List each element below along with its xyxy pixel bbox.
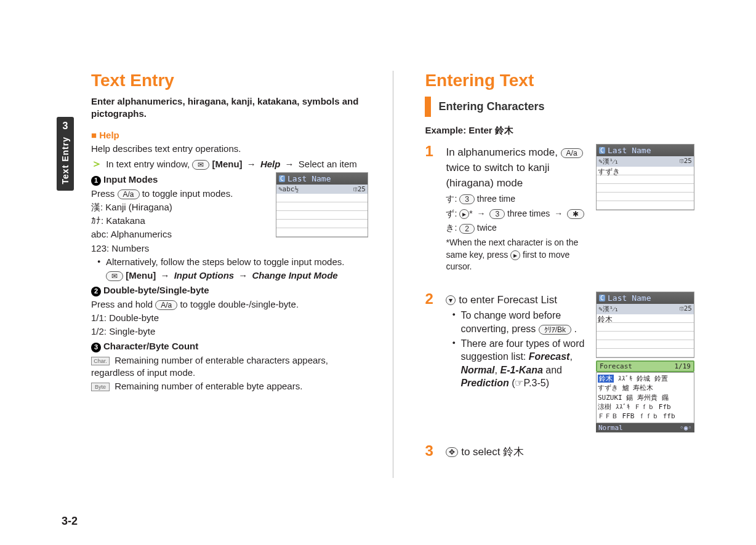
char-count-line: Char. Remaining number of enterable char… — [91, 354, 361, 380]
step-1-sub-ki: き: 2 twice — [446, 222, 587, 234]
mode-key-icon: A/a — [561, 148, 583, 158]
byte-1-2: 1/2: Single-byte — [91, 325, 361, 338]
step-3-main: ✥ to select 鈴木 — [446, 445, 694, 460]
screen-char-count: ⎅25 — [680, 157, 692, 166]
alt-step-intro: Alternatively, follow the steps below to… — [97, 256, 361, 268]
phone-screen-preview: CLast Name ✎abc½⎅25 — [276, 172, 368, 237]
section-bar: Entering Characters — [425, 97, 694, 117]
mode-numbers: 123: Numbers — [91, 242, 361, 255]
forecast-count: 1/19 — [674, 362, 691, 370]
screen-line — [597, 349, 694, 357]
char-byte-count-heading: 3Character/Byte Count — [91, 340, 361, 352]
step-3: 3 ✥ to select 鈴木 — [425, 444, 694, 461]
screen-line — [597, 201, 694, 210]
right-column: Entering Text Entering Characters Exampl… — [425, 71, 694, 478]
arrow-icon: → — [285, 158, 294, 170]
arrow-icon: → — [554, 208, 563, 220]
screen-mode-indicator: ✎abc½ — [278, 185, 299, 193]
forecast-selected: 鈴木 — [598, 375, 614, 383]
char-count-icon: Char. — [91, 357, 110, 365]
step-2-main: ▾ to enter Forecast List — [446, 293, 587, 308]
byte-count-line: Byte Remaining number of enterable byte … — [91, 380, 361, 392]
byte-count-icon: Byte — [91, 383, 110, 391]
input-modes-block: 1Input Modes Press A/a to toggle input m… — [91, 173, 361, 255]
screen-line — [597, 193, 694, 201]
screen-line — [276, 202, 368, 211]
step-1-note: *When the next character is on the same … — [446, 237, 587, 273]
step-2-bullets: To change word before converting, press … — [446, 309, 587, 390]
forecast-list: 鈴木 ｽｽﾞｷ 鈴城 鈴置 すずき 鱸 寿松木 SUZUKI 錫 寿州貴 鐊 涼… — [596, 372, 694, 423]
example-line: Example: Enter 鈴木 — [425, 124, 694, 137]
screen-icon: C — [279, 175, 285, 182]
right-key-icon: ▸ — [459, 209, 469, 219]
step-number: 1 — [425, 144, 437, 274]
screen-typed-text: すずき — [597, 167, 694, 175]
arrow-icon: → — [238, 269, 247, 282]
mode-key-icon: A/a — [118, 189, 140, 199]
step-1-main: In alphanumerics mode, A/a twice to swit… — [446, 145, 587, 191]
double-byte-line: Press and hold A/a to toggle double-/sin… — [91, 298, 361, 311]
step-2: 2 ▾ to enter Forecast List To change wor… — [425, 292, 694, 432]
screen-line — [597, 332, 694, 340]
step-2-bullet-2: There are four types of word suggestion … — [452, 337, 587, 390]
step-1: 1 In alphanumerics mode, A/a twice to sw… — [425, 144, 694, 274]
byte-1-1: 1/1: Double-byte — [91, 312, 361, 324]
double-byte-heading: 2Double-byte/Single-byte — [91, 284, 361, 296]
screen-mode-indicator: ✎漢¹⁄₁ — [598, 304, 619, 314]
left-column: Text Entry Enter alphanumerics, hiragana… — [91, 71, 361, 478]
screen-line — [276, 211, 368, 220]
page-content: Text Entry Enter alphanumerics, hiragana… — [91, 71, 694, 478]
step-number: 3 — [425, 444, 437, 461]
phone-screen-step1: CLast Name ✎漢¹⁄₁⎅25 すずき — [596, 144, 694, 274]
screen-typed-text: 鈴木 — [597, 314, 694, 323]
help-heading: Help — [91, 129, 361, 141]
footer-normal: Normal — [598, 424, 623, 432]
step-2-body: ▾ to enter Forecast List To change word … — [446, 292, 587, 432]
screen-title: Last Name — [608, 146, 651, 155]
arrow-icon: → — [477, 208, 486, 220]
chapter-label: Text Entry — [60, 137, 70, 184]
forecast-row: 涼樹 ｽｽﾞｷ Ｆｆｂ Ffb — [598, 402, 693, 412]
key-star: ✱ — [567, 209, 584, 219]
help-step-line: In text entry window, ✉ [Menu] → Help → … — [91, 156, 361, 171]
screen-title: Last Name — [608, 293, 651, 303]
step-1-body: In alphanumerics mode, A/a twice to swit… — [446, 144, 587, 274]
alt-steps: Alternatively, follow the steps below to… — [91, 256, 361, 268]
right-key-icon: ▸ — [510, 250, 520, 260]
left-intro: Enter alphanumerics, hiragana, kanji, ka… — [91, 95, 361, 121]
screen-mode-indicator: ✎漢¹⁄₁ — [598, 157, 619, 166]
down-key-icon: ▾ — [446, 295, 456, 305]
screen-line — [276, 194, 368, 202]
forecast-header: Forecast 1/19 — [596, 360, 694, 372]
chapter-tab: 3 Text Entry — [57, 117, 74, 191]
screen-footer: Normal ◦◉◦ — [596, 423, 694, 432]
screen-char-count: ⎅25 — [680, 304, 692, 314]
screen-line — [597, 340, 694, 349]
step-1-sub-zu: ず: ▸* → 3 three times → ✱ — [446, 208, 587, 220]
step-3-body: ✥ to select 鈴木 — [446, 444, 694, 461]
help-description: Help describes text entry operations. — [91, 143, 361, 155]
step-1-sub-su: す: 3 three time — [446, 193, 587, 205]
left-heading: Text Entry — [91, 71, 361, 90]
key-2: 2 — [459, 224, 475, 234]
arrow-icon: → — [247, 158, 256, 170]
screen-icon: C — [599, 295, 605, 301]
page-number: 3-2 — [62, 515, 78, 528]
mode-key-icon: A/a — [155, 300, 177, 310]
footer-nav-icon: ◦◉◦ — [680, 424, 692, 432]
screen-line — [597, 184, 694, 193]
screen-line — [597, 323, 694, 332]
forecast-label: Forecast — [600, 362, 632, 370]
screen-icon: C — [599, 147, 605, 154]
step-2-bullet-1: To change word before converting, press … — [452, 309, 587, 335]
clear-key-icon: ｸﾘｱ/Bk — [539, 325, 571, 335]
forecast-row: SUZUKI 錫 寿州貴 鐊 — [598, 393, 693, 402]
step-number: 2 — [425, 292, 437, 432]
alt-step-path: ✉ [Menu] → Input Options → Change Input … — [91, 269, 361, 282]
phone-screen-step2: CLast Name ✎漢¹⁄₁⎅25 鈴木 Forecast 1/19 鈴木 … — [596, 292, 694, 432]
screen-char-count: ⎅25 — [353, 185, 366, 193]
forecast-row: 鈴木 ｽｽﾞｷ 鈴城 鈴置 — [598, 374, 693, 383]
arrow-icon: → — [161, 269, 170, 282]
screen-line — [597, 175, 694, 184]
key-3: 3 — [459, 194, 475, 204]
